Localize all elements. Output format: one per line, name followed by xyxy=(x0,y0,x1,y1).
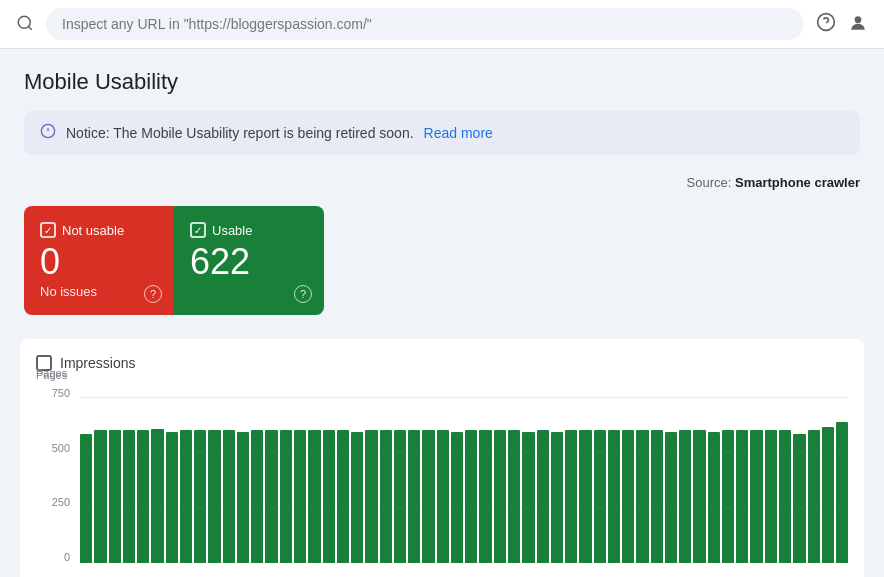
source-value: Smartphone crawler xyxy=(735,175,860,190)
svg-point-4 xyxy=(855,16,862,23)
usable-value: 622 xyxy=(190,244,308,280)
not-usable-label: Not usable xyxy=(62,223,124,238)
bar-11 xyxy=(237,432,249,563)
source-line: Source: Smartphone crawler xyxy=(24,175,860,190)
bar-27 xyxy=(465,430,477,563)
usable-check-icon: ✓ xyxy=(190,222,206,238)
bar-10 xyxy=(223,430,235,563)
bar-35 xyxy=(579,430,591,563)
chart-container: Pages Pages 750 500 250 0 6/13/236/25/23… xyxy=(36,387,848,577)
usable-card: ✓ Usable 622 ? xyxy=(174,206,324,315)
bar-32 xyxy=(537,430,549,563)
bar-49 xyxy=(779,430,791,563)
read-more-link[interactable]: Read more xyxy=(424,125,493,141)
url-search-bar[interactable] xyxy=(46,8,804,40)
header-icons xyxy=(816,12,868,37)
bar-22 xyxy=(394,430,406,563)
bar-23 xyxy=(408,430,420,563)
bar-3 xyxy=(123,430,135,563)
search-bar-container xyxy=(0,0,884,49)
stats-cards: ✓ Not usable 0 No issues ? ✓ Usable 622 … xyxy=(24,206,324,315)
bar-41 xyxy=(665,432,677,563)
search-icon xyxy=(16,14,34,35)
bar-12 xyxy=(251,430,263,563)
y-label-750: 750 xyxy=(52,387,70,399)
bar-13 xyxy=(265,430,277,563)
bar-19 xyxy=(351,432,363,563)
bar-15 xyxy=(294,430,306,563)
bar-6 xyxy=(166,432,178,563)
bar-20 xyxy=(365,430,377,563)
bar-9 xyxy=(208,430,220,563)
bar-29 xyxy=(494,430,506,563)
bar-1 xyxy=(94,430,106,563)
bar-43 xyxy=(693,430,705,563)
bar-53 xyxy=(836,422,848,563)
not-usable-value: 0 xyxy=(40,244,158,280)
bar-45 xyxy=(722,430,734,563)
chart-y-axis: 750 500 250 0 xyxy=(36,387,76,563)
notice-text: Notice: The Mobile Usability report is b… xyxy=(66,125,414,141)
bar-26 xyxy=(451,432,463,563)
not-usable-sublabel: No issues xyxy=(40,284,158,299)
bar-5 xyxy=(151,429,163,563)
bar-30 xyxy=(508,430,520,563)
bar-48 xyxy=(765,430,777,563)
bar-36 xyxy=(594,430,606,563)
bar-46 xyxy=(736,430,748,563)
bar-2 xyxy=(109,430,121,563)
bar-28 xyxy=(479,430,491,563)
svg-point-0 xyxy=(18,16,30,28)
bar-52 xyxy=(822,427,834,563)
bar-39 xyxy=(636,430,648,563)
main-content: Mobile Usability Notice: The Mobile Usab… xyxy=(0,49,884,577)
bar-40 xyxy=(651,430,663,563)
bar-38 xyxy=(622,430,634,563)
bar-37 xyxy=(608,430,620,563)
account-icon[interactable] xyxy=(848,13,868,36)
bar-17 xyxy=(323,430,335,563)
bar-34 xyxy=(565,430,577,563)
help-icon[interactable] xyxy=(816,12,836,37)
notice-banner: Notice: The Mobile Usability report is b… xyxy=(24,111,860,155)
y-axis-title-label: Pages xyxy=(36,369,67,381)
bar-50 xyxy=(793,434,805,563)
y-label-0: 0 xyxy=(64,551,70,563)
bar-24 xyxy=(422,430,434,563)
bar-21 xyxy=(380,430,392,563)
not-usable-header: ✓ Not usable xyxy=(40,222,158,238)
bar-16 xyxy=(308,430,320,563)
bar-33 xyxy=(551,432,563,563)
usable-header: ✓ Usable xyxy=(190,222,308,238)
not-usable-help-icon[interactable]: ? xyxy=(144,285,162,303)
impressions-label: Impressions xyxy=(60,355,135,371)
bar-14 xyxy=(280,430,292,563)
chart-legend: Impressions xyxy=(36,355,848,371)
bar-44 xyxy=(708,432,720,563)
bar-7 xyxy=(180,430,192,563)
not-usable-check-icon: ✓ xyxy=(40,222,56,238)
usable-help-icon[interactable]: ? xyxy=(294,285,312,303)
bar-25 xyxy=(437,430,449,563)
y-label-250: 250 xyxy=(52,496,70,508)
bar-18 xyxy=(337,430,349,563)
notice-info-icon xyxy=(40,123,56,143)
bar-51 xyxy=(808,430,820,563)
bar-42 xyxy=(679,430,691,563)
svg-line-1 xyxy=(28,26,31,29)
bar-0 xyxy=(80,434,92,563)
bar-31 xyxy=(522,432,534,563)
bar-4 xyxy=(137,430,149,563)
y-label-500: 500 xyxy=(52,442,70,454)
not-usable-card: ✓ Not usable 0 No issues ? xyxy=(24,206,174,315)
url-search-input[interactable] xyxy=(62,16,788,32)
chart-bars-area xyxy=(80,397,848,563)
usable-label: Usable xyxy=(212,223,252,238)
bar-47 xyxy=(750,430,762,563)
page-title: Mobile Usability xyxy=(24,69,860,95)
source-label: Source: xyxy=(687,175,732,190)
chart-section: Impressions Pages Pages 750 500 250 0 6/… xyxy=(20,339,864,577)
bar-8 xyxy=(194,430,206,563)
